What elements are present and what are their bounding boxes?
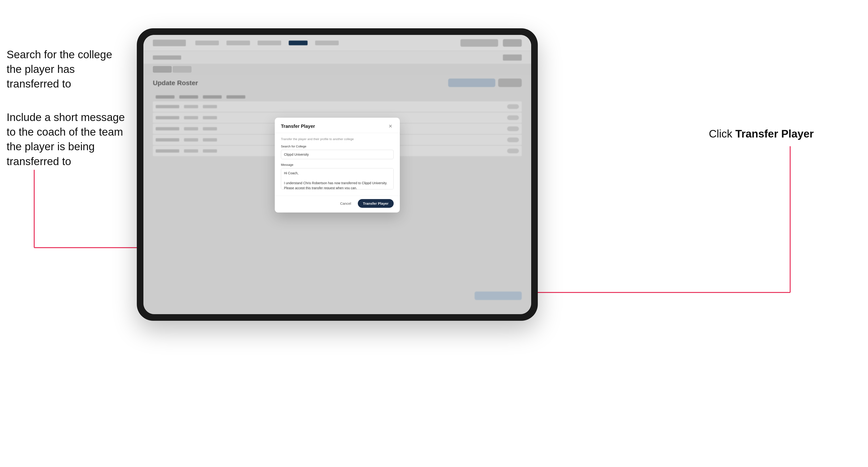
annotation-right: Click Transfer Player [709, 127, 814, 140]
annotation-text-bottom: Include a short message to the coach of … [7, 110, 129, 168]
modal-subtitle: Transfer the player and their profile to… [281, 137, 394, 141]
annotation-text-top: Search for the college the player has tr… [7, 47, 129, 91]
modal-close-button[interactable]: ✕ [387, 123, 394, 129]
modal-overlay: Transfer Player ✕ Transfer the player an… [144, 35, 531, 314]
transfer-player-modal: Transfer Player ✕ Transfer the player an… [275, 118, 400, 213]
transfer-player-button[interactable]: Transfer Player [358, 199, 394, 208]
search-college-label: Search for College [281, 145, 394, 148]
search-college-input[interactable] [281, 150, 394, 159]
tablet-frame: Update Roster [137, 28, 538, 321]
message-label: Message [281, 163, 394, 166]
modal-body: Transfer the player and their profile to… [275, 133, 400, 195]
modal-header: Transfer Player ✕ [275, 118, 400, 133]
modal-footer: Cancel Transfer Player [275, 195, 400, 213]
message-textarea[interactable]: Hi Coach, I understand Chris Robertson h… [281, 168, 394, 189]
modal-title: Transfer Player [281, 124, 315, 129]
annotation-left-top: Search for the college the player has tr… [7, 47, 129, 168]
tablet-screen: Update Roster [144, 35, 531, 314]
cancel-button[interactable]: Cancel [336, 199, 355, 207]
